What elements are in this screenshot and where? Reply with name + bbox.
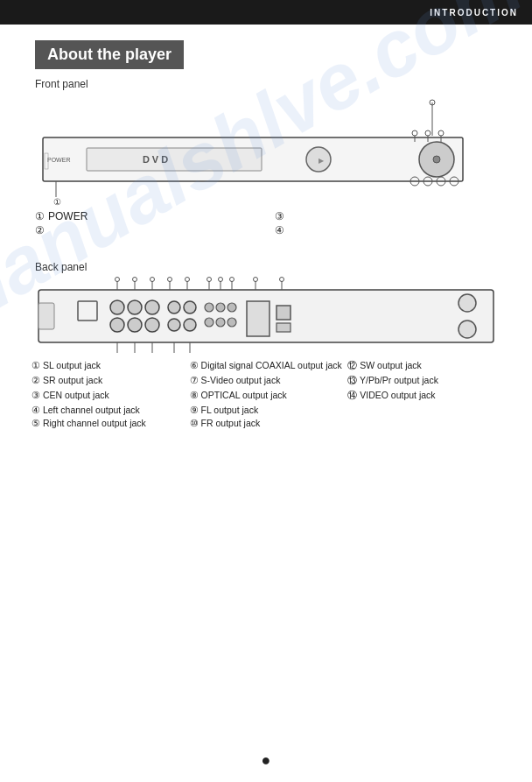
- back-panel-svg: [26, 277, 506, 356]
- back-text-10: FR output jack: [201, 418, 261, 428]
- page-number: ●: [262, 751, 271, 770]
- back-panel-diagram: [26, 277, 506, 358]
- legend-num-1: ①: [35, 210, 45, 222]
- back-panel-label: Back panel: [35, 261, 497, 273]
- svg-point-32: [168, 301, 180, 314]
- front-panel-label: Front panel: [35, 78, 497, 90]
- svg-point-34: [168, 319, 180, 331]
- svg-point-10: [433, 156, 440, 163]
- back-panel-legend: ① SL output jack ⑥ Digital signal COAXIA…: [32, 360, 500, 428]
- svg-point-50: [133, 278, 137, 282]
- back-text-4: Left channel output jack: [43, 405, 140, 415]
- svg-point-38: [228, 303, 236, 312]
- back-num-7: ⑦: [190, 375, 199, 385]
- back-legend-3: ③ CEN output jack: [32, 390, 185, 402]
- back-legend-empty2: [347, 418, 500, 428]
- back-legend-1: ① SL output jack: [32, 360, 185, 372]
- svg-point-58: [207, 278, 212, 282]
- svg-point-28: [145, 300, 159, 314]
- back-legend-2: ② SR output jack: [32, 375, 185, 387]
- back-text-2: SR output jack: [43, 375, 102, 385]
- legend-num-3: ③: [275, 210, 284, 222]
- svg-point-46: [458, 321, 476, 338]
- back-legend-7: ⑦ S-Video output jack: [190, 375, 343, 387]
- back-legend-6: ⑥ Digital signal COAXIAL output jack: [190, 360, 343, 372]
- back-legend-12: ⑫ SW output jack: [347, 360, 500, 372]
- svg-point-27: [128, 300, 142, 314]
- back-text-14: VIDEO output jack: [360, 390, 435, 400]
- svg-text:DVD: DVD: [143, 154, 171, 165]
- back-text-13: Y/Pb/Pr output jack: [360, 375, 438, 385]
- front-panel-svg: POWER DVD ▶ ①: [26, 94, 506, 208]
- back-legend-13: ⑬ Y/Pb/Pr output jack: [347, 375, 500, 387]
- svg-rect-24: [38, 303, 54, 329]
- svg-point-41: [228, 318, 236, 327]
- back-num-10: ⑩: [190, 418, 199, 428]
- svg-point-36: [205, 303, 214, 312]
- back-num-6: ⑥: [190, 360, 199, 370]
- svg-point-56: [186, 278, 190, 282]
- svg-point-40: [216, 318, 225, 327]
- svg-rect-42: [247, 301, 270, 336]
- svg-point-26: [110, 300, 124, 314]
- svg-text:POWER: POWER: [47, 157, 70, 163]
- back-legend-10: ⑩ FR output jack: [190, 418, 343, 428]
- back-text-7: S-Video output jack: [201, 375, 281, 385]
- svg-rect-43: [276, 306, 290, 320]
- svg-point-22: [438, 130, 444, 136]
- back-text-3: CEN output jack: [43, 390, 109, 400]
- svg-point-60: [219, 278, 223, 282]
- svg-point-30: [128, 318, 142, 332]
- legend-item-4: ④: [275, 224, 497, 236]
- legend-text-1: POWER: [48, 210, 88, 222]
- svg-point-37: [216, 303, 225, 312]
- front-panel-legend: ① POWER ③ ② ④: [35, 210, 497, 236]
- header-bar: INTRODUCTION: [0, 0, 532, 25]
- svg-point-45: [458, 294, 476, 312]
- title-section: About the player: [35, 40, 497, 69]
- back-num-12: ⑫: [347, 360, 357, 370]
- back-text-6: Digital signal COAXIAL output jack: [201, 360, 342, 370]
- back-num-4: ④: [32, 405, 40, 415]
- svg-point-33: [184, 301, 196, 314]
- svg-point-52: [150, 278, 155, 282]
- back-text-5: Right channel output jack: [43, 418, 146, 428]
- legend-item-3: ③: [275, 210, 497, 222]
- svg-point-48: [116, 278, 120, 282]
- back-num-13: ⑬: [347, 375, 357, 385]
- back-legend-4: ④ Left channel output jack: [32, 405, 185, 415]
- svg-text:▶: ▶: [318, 157, 325, 165]
- back-text-8: OPTICAL output jack: [201, 390, 287, 400]
- back-num-5: ⑤: [32, 418, 40, 428]
- svg-point-39: [205, 318, 214, 327]
- svg-point-66: [280, 278, 284, 282]
- svg-text:①: ①: [53, 197, 61, 207]
- back-text-12: SW output jack: [360, 360, 422, 370]
- legend-item-2: ②: [35, 224, 257, 236]
- svg-rect-44: [276, 323, 290, 332]
- svg-rect-5: [87, 148, 262, 171]
- page-title: About the player: [35, 40, 184, 69]
- back-num-14: ⑭: [347, 390, 357, 400]
- svg-point-29: [110, 318, 124, 332]
- svg-point-20: [425, 130, 430, 136]
- svg-point-64: [254, 278, 258, 282]
- back-legend-9: ⑨ FL output jack: [190, 405, 343, 415]
- back-num-3: ③: [32, 390, 40, 400]
- svg-point-54: [168, 278, 172, 282]
- back-legend-5: ⑤ Right channel output jack: [32, 418, 185, 428]
- back-legend-8: ⑧ OPTICAL output jack: [190, 390, 343, 402]
- svg-point-62: [230, 278, 234, 282]
- legend-item-1: ① POWER: [35, 210, 257, 222]
- back-num-9: ⑨: [190, 405, 199, 415]
- back-num-2: ②: [32, 375, 40, 385]
- front-panel-diagram: POWER DVD ▶ ①: [26, 94, 506, 210]
- back-num-8: ⑧: [190, 390, 199, 400]
- legend-num-2: ②: [35, 224, 45, 236]
- back-text-9: FL output jack: [201, 405, 259, 415]
- back-legend-14: ⑭ VIDEO output jack: [347, 390, 500, 402]
- svg-point-35: [184, 319, 196, 331]
- svg-point-18: [412, 130, 417, 136]
- back-num-1: ①: [32, 360, 40, 370]
- back-text-1: SL output jack: [43, 360, 101, 370]
